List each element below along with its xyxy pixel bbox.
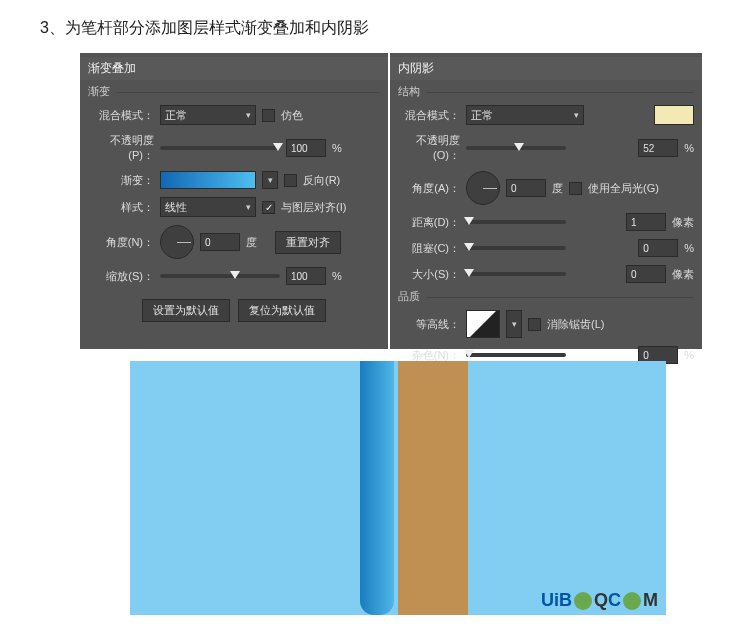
- choke-slider[interactable]: [466, 246, 566, 250]
- watermark-text: Q: [594, 590, 608, 611]
- distance-slider[interactable]: [466, 220, 566, 224]
- choke-unit: %: [684, 242, 694, 254]
- size-unit: 像素: [672, 267, 694, 282]
- group-quality: 品质: [390, 287, 702, 306]
- preview-canvas: UiB Q C M: [130, 361, 666, 615]
- is-angle-dial[interactable]: [466, 171, 500, 205]
- distance-unit: 像素: [672, 215, 694, 230]
- gradient-row: 渐变： ▾ 反向(R): [80, 167, 388, 193]
- opacity-slider[interactable]: [160, 146, 280, 150]
- chevron-down-icon: ▾: [246, 110, 251, 120]
- contour-swatch[interactable]: [466, 310, 500, 338]
- dither-label: 仿色: [281, 108, 303, 123]
- chevron-down-icon: ▾: [574, 110, 579, 120]
- slider-thumb-icon: [464, 217, 474, 225]
- reverse-label: 反向(R): [303, 173, 340, 188]
- size-label: 大小(S)：: [398, 267, 460, 282]
- style-label: 样式：: [88, 200, 154, 215]
- inner-shadow-panel: 内阴影 结构 混合模式： 正常 ▾ 不透明度(O)： 52 % 角度(A)： 0…: [390, 53, 702, 349]
- slider-thumb-icon: [514, 143, 524, 151]
- blend-mode-select[interactable]: 正常 ▾: [160, 105, 256, 125]
- default-buttons-row: 设置为默认值 复位为默认值: [80, 295, 388, 326]
- noise-unit: %: [684, 349, 694, 361]
- blend-mode-label: 混合模式：: [88, 108, 154, 123]
- scale-row: 缩放(S)： 100 %: [80, 263, 388, 289]
- distance-input[interactable]: 1: [626, 213, 666, 231]
- dither-checkbox[interactable]: [262, 109, 275, 122]
- panel-title-left: 渐变叠加: [80, 57, 388, 80]
- is-blend-mode-label: 混合模式：: [398, 108, 460, 123]
- slider-thumb-icon: [273, 143, 283, 151]
- pen-shaft-solid: [398, 361, 468, 615]
- panel-title-right: 内阴影: [390, 57, 702, 80]
- style-value: 线性: [165, 200, 187, 215]
- angle-dial[interactable]: [160, 225, 194, 259]
- blend-mode-value: 正常: [165, 108, 187, 123]
- global-light-checkbox[interactable]: [569, 182, 582, 195]
- chevron-down-icon: ▾: [268, 175, 273, 185]
- slider-thumb-icon: [464, 269, 474, 277]
- scale-unit: %: [332, 270, 342, 282]
- scale-label: 缩放(S)：: [88, 269, 154, 284]
- angle-unit: 度: [246, 235, 257, 250]
- antialias-label: 消除锯齿(L): [547, 317, 604, 332]
- pen-shaft-gradient: [360, 361, 394, 615]
- align-checkbox[interactable]: [262, 201, 275, 214]
- is-blend-mode-value: 正常: [471, 108, 493, 123]
- is-opacity-input[interactable]: 52: [638, 139, 678, 157]
- reset-default-button[interactable]: 复位为默认值: [238, 299, 326, 322]
- slider-thumb-icon: [464, 350, 474, 358]
- align-label: 与图层对齐(I): [281, 200, 346, 215]
- group-structure: 结构: [390, 82, 702, 101]
- style-row: 样式： 线性 ▾ 与图层对齐(I): [80, 193, 388, 221]
- angle-input[interactable]: 0: [200, 233, 240, 251]
- watermark-text: C: [608, 590, 621, 611]
- scale-input[interactable]: 100: [286, 267, 326, 285]
- opacity-label: 不透明度(P)：: [88, 133, 154, 163]
- antialias-checkbox[interactable]: [528, 318, 541, 331]
- chevron-down-icon: ▾: [246, 202, 251, 212]
- shadow-color-swatch[interactable]: [654, 105, 694, 125]
- noise-slider[interactable]: [466, 353, 566, 357]
- choke-row: 阻塞(C)： 0 %: [390, 235, 702, 261]
- is-angle-unit: 度: [552, 181, 563, 196]
- global-light-label: 使用全局光(G): [588, 181, 659, 196]
- is-blend-mode-select[interactable]: 正常 ▾: [466, 105, 584, 125]
- reset-align-button[interactable]: 重置对齐: [275, 231, 341, 254]
- size-input[interactable]: 0: [626, 265, 666, 283]
- scale-slider[interactable]: [160, 274, 280, 278]
- step-title: 3、为笔杆部分添加图层样式渐变叠加和内阴影: [40, 18, 710, 39]
- watermark-text: M: [643, 590, 658, 611]
- watermark: UiB Q C M: [541, 590, 658, 611]
- choke-label: 阻塞(C)：: [398, 241, 460, 256]
- contour-dropdown[interactable]: ▾: [506, 310, 522, 338]
- is-opacity-unit: %: [684, 142, 694, 154]
- gradient-dropdown[interactable]: ▾: [262, 171, 278, 189]
- blend-mode-row: 混合模式： 正常 ▾ 仿色: [80, 101, 388, 129]
- is-angle-label: 角度(A)：: [398, 181, 460, 196]
- size-slider[interactable]: [466, 272, 566, 276]
- is-blend-mode-row: 混合模式： 正常 ▾: [390, 101, 702, 129]
- choke-input[interactable]: 0: [638, 239, 678, 257]
- opacity-unit: %: [332, 142, 342, 154]
- dialog-panels: 渐变叠加 渐变 混合模式： 正常 ▾ 仿色 不透明度(P)： 100 % 渐变：…: [80, 53, 710, 349]
- is-opacity-row: 不透明度(O)： 52 %: [390, 129, 702, 167]
- gradient-label: 渐变：: [88, 173, 154, 188]
- gradient-overlay-panel: 渐变叠加 渐变 混合模式： 正常 ▾ 仿色 不透明度(P)： 100 % 渐变：…: [80, 53, 388, 349]
- reverse-checkbox[interactable]: [284, 174, 297, 187]
- is-opacity-label: 不透明度(O)：: [398, 133, 460, 163]
- gradient-swatch[interactable]: [160, 171, 256, 189]
- angle-row: 角度(N)： 0 度 重置对齐: [80, 221, 388, 263]
- contour-label: 等高线：: [398, 317, 460, 332]
- group-gradient: 渐变: [80, 82, 388, 101]
- contour-row: 等高线： ▾ 消除锯齿(L): [390, 306, 702, 342]
- make-default-button[interactable]: 设置为默认值: [142, 299, 230, 322]
- angle-label: 角度(N)：: [88, 235, 154, 250]
- is-angle-input[interactable]: 0: [506, 179, 546, 197]
- style-select[interactable]: 线性 ▾: [160, 197, 256, 217]
- is-angle-row: 角度(A)： 0 度 使用全局光(G): [390, 167, 702, 209]
- is-opacity-slider[interactable]: [466, 146, 566, 150]
- opacity-input[interactable]: 100: [286, 139, 326, 157]
- slider-thumb-icon: [464, 243, 474, 251]
- slider-thumb-icon: [230, 271, 240, 279]
